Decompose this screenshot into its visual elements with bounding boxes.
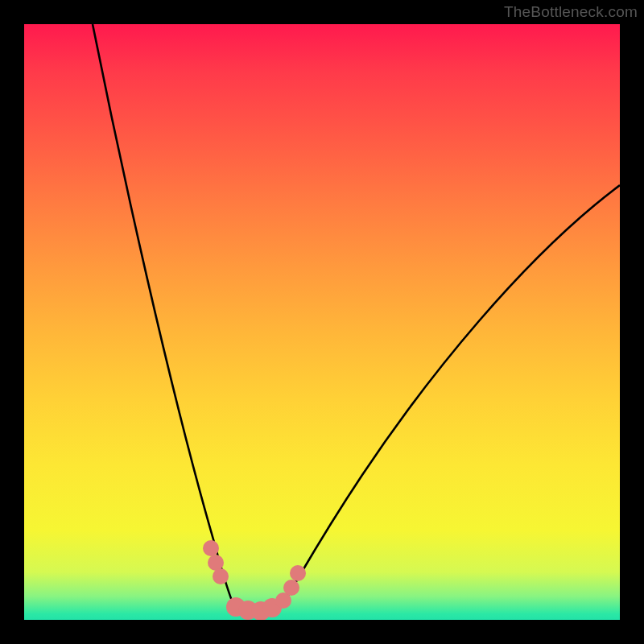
highlight-dot	[203, 540, 219, 556]
highlight-dot	[208, 555, 224, 571]
chart-svg-layer	[24, 24, 620, 620]
highlight-dot	[213, 568, 229, 584]
curve-ascending	[280, 185, 620, 608]
watermark-text: TheBottleneck.com	[504, 3, 638, 21]
highlight-dots-group	[203, 540, 306, 620]
curve-descending	[93, 24, 235, 608]
highlight-dot	[290, 565, 306, 581]
highlight-dot	[283, 580, 299, 596]
